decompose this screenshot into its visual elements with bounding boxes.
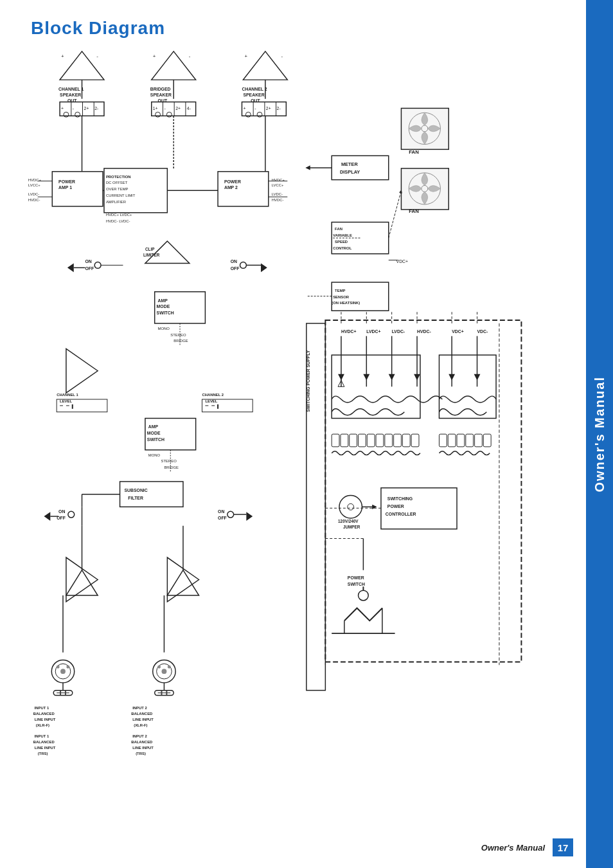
svg-text:DC OFFSET: DC OFFSET <box>106 181 128 185</box>
svg-text:SPEAKER: SPEAKER <box>243 93 264 97</box>
svg-text:SWITCH: SWITCH <box>147 437 164 442</box>
svg-text:SUBSONIC: SUBSONIC <box>124 488 147 493</box>
svg-text:(XLR-F): (XLR-F) <box>36 723 49 727</box>
svg-text:ON: ON <box>58 509 65 514</box>
sidebar-panel: Owner's Manual <box>586 0 613 868</box>
svg-text:INPUT 2: INPUT 2 <box>132 706 147 710</box>
svg-text:BALANCED: BALANCED <box>33 740 55 744</box>
svg-text:INPUT 2: INPUT 2 <box>132 734 147 738</box>
svg-point-260 <box>359 590 369 601</box>
svg-rect-235 <box>411 434 419 447</box>
svg-point-153 <box>68 511 75 518</box>
svg-text:VDC+: VDC+ <box>452 329 464 334</box>
svg-rect-228 <box>350 434 357 447</box>
page-title: Block Diagram <box>31 18 165 39</box>
svg-text:LINE INPUT: LINE INPUT <box>35 718 56 721</box>
svg-point-116 <box>240 262 247 269</box>
svg-text:CHANNEL 1: CHANNEL 1 <box>58 87 84 91</box>
svg-text:LINE INPUT: LINE INPUT <box>132 718 154 721</box>
svg-text:SENSOR: SENSOR <box>333 295 350 299</box>
svg-text:ON: ON <box>85 259 91 264</box>
svg-text:INPUT 1: INPUT 1 <box>35 734 49 738</box>
svg-text:-: - <box>73 106 74 111</box>
svg-text:BRIDGE: BRIDGE <box>164 466 179 469</box>
svg-text:CONTROLLER: CONTROLLER <box>386 512 416 516</box>
svg-text:+: + <box>243 106 245 111</box>
sidebar-label: Owner's Manual <box>592 376 607 493</box>
svg-text:BALANCED: BALANCED <box>131 740 152 744</box>
svg-text:METER: METER <box>341 161 358 167</box>
svg-text:LINE INPUT: LINE INPUT <box>35 746 56 750</box>
svg-marker-216 <box>363 374 369 381</box>
svg-text:CONTROL: CONTROL <box>333 246 352 250</box>
svg-rect-240 <box>475 434 483 447</box>
svg-text:SPEED: SPEED <box>335 240 348 244</box>
svg-point-32 <box>155 112 161 117</box>
svg-point-167 <box>66 665 69 669</box>
svg-line-97 <box>389 190 402 238</box>
svg-text:CLIP: CLIP <box>145 247 155 251</box>
svg-point-110 <box>94 262 101 269</box>
svg-marker-220 <box>414 374 420 381</box>
svg-text:LIMITER: LIMITER <box>143 253 160 257</box>
svg-text:CHANNEL 2: CHANNEL 2 <box>242 87 267 91</box>
svg-text:FILTER: FILTER <box>128 496 143 500</box>
svg-text:AMP: AMP <box>158 298 168 303</box>
block-diagram-svg: CHANNEL 1 SPEAKER OUT + - + - 2+ 2- BRID… <box>19 45 581 836</box>
svg-point-165 <box>60 669 66 674</box>
svg-rect-232 <box>385 434 393 447</box>
svg-text:(TRS): (TRS) <box>38 752 48 755</box>
svg-point-49 <box>245 112 251 117</box>
svg-text:FAN: FAN <box>409 149 419 155</box>
svg-point-166 <box>57 665 60 669</box>
svg-point-243 <box>348 503 354 510</box>
svg-text:MODE: MODE <box>157 304 170 309</box>
svg-text:-: - <box>254 106 256 111</box>
svg-text:OFF: OFF <box>85 266 94 271</box>
svg-text:HVDC-: HVDC- <box>28 198 40 202</box>
svg-text:OFF: OFF <box>231 266 240 271</box>
svg-text:POWER: POWER <box>387 504 404 509</box>
svg-text:+: + <box>244 53 247 59</box>
svg-rect-227 <box>341 434 348 447</box>
svg-text:AMP 1: AMP 1 <box>58 185 72 190</box>
svg-text:INPUT 1: INPUT 1 <box>35 706 49 710</box>
svg-text:PROTECTION: PROTECTION <box>106 175 131 179</box>
svg-text:-: - <box>96 53 98 59</box>
svg-text:FAN: FAN <box>335 227 342 231</box>
svg-text:OVER TEMP: OVER TEMP <box>106 187 129 191</box>
svg-text:MONO: MONO <box>148 453 161 457</box>
svg-text:HVDC- LVDC-: HVDC- LVDC- <box>106 219 130 223</box>
svg-point-175 <box>157 665 161 669</box>
svg-text:LVCC+: LVCC+ <box>272 183 284 187</box>
svg-point-33 <box>166 112 172 117</box>
svg-marker-225 <box>474 374 481 381</box>
svg-text:HVDC+ LVDC+: HVDC+ LVDC+ <box>106 213 132 217</box>
svg-rect-237 <box>448 434 456 447</box>
svg-text:LVDC-: LVDC- <box>28 192 39 196</box>
svg-marker-112 <box>67 263 74 272</box>
svg-text:BRIDGE: BRIDGE <box>173 339 188 343</box>
svg-text:120V/240V: 120V/240V <box>338 519 359 523</box>
svg-rect-148 <box>120 482 183 507</box>
svg-text:JUMPER: JUMPER <box>343 525 360 529</box>
svg-point-158 <box>227 511 234 518</box>
svg-text:CHANNEL 1: CHANNEL 1 <box>57 393 78 397</box>
svg-text:STEREO: STEREO <box>161 459 177 463</box>
svg-text:FAN: FAN <box>409 208 419 214</box>
svg-text:LINE INPUT: LINE INPUT <box>132 746 154 750</box>
footer-label: Owner's Manual <box>481 843 545 853</box>
svg-rect-171 <box>65 691 66 696</box>
svg-text:+: + <box>153 53 156 59</box>
svg-text:SWITCH: SWITCH <box>348 582 365 586</box>
svg-text:POWER: POWER <box>58 179 75 184</box>
svg-text:POWER: POWER <box>224 179 241 184</box>
svg-rect-241 <box>483 434 491 447</box>
svg-text:2+: 2+ <box>175 106 181 111</box>
svg-text:BALANCED: BALANCED <box>33 712 55 716</box>
svg-point-242 <box>339 496 362 518</box>
svg-rect-229 <box>359 434 366 447</box>
footer-page-number: 17 <box>553 838 573 856</box>
svg-rect-226 <box>332 434 339 447</box>
svg-point-16 <box>75 112 80 117</box>
